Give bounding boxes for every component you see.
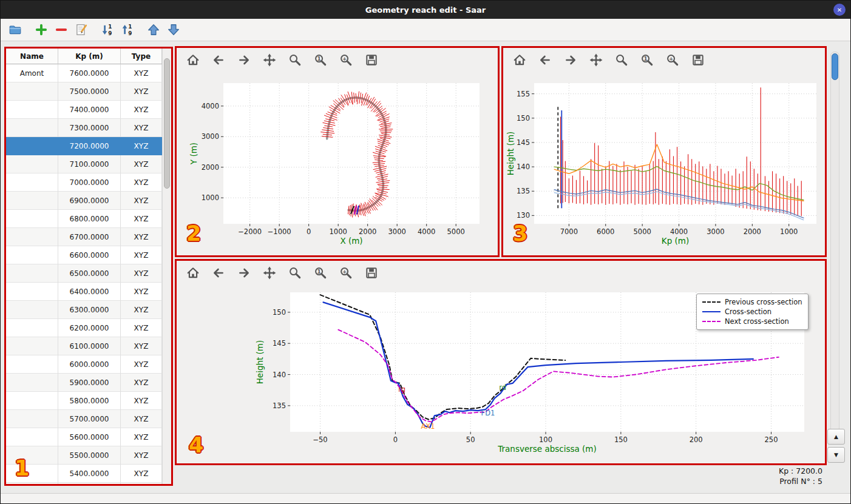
panel-badge-1: 1 — [15, 458, 29, 479]
table-row[interactable]: 7200.0000XYZ — [6, 137, 162, 155]
legend-line-sample — [702, 311, 720, 312]
zoom-one-button[interactable]: 1 — [313, 265, 328, 281]
edit-button[interactable] — [73, 22, 89, 38]
zoom-button[interactable] — [287, 52, 303, 68]
table-row[interactable]: 7400.0000XYZ — [6, 101, 162, 119]
home-button[interactable] — [512, 52, 527, 68]
table-row[interactable]: 5900.0000XYZ — [6, 374, 162, 392]
home-button[interactable] — [185, 265, 201, 281]
back-button[interactable] — [211, 265, 226, 281]
forward-button[interactable] — [563, 52, 578, 68]
zoom-plus-button[interactable]: + — [338, 52, 354, 68]
sort-ascending-icon: 19 — [121, 23, 134, 36]
svg-text:140: 140 — [273, 371, 286, 379]
table-row[interactable]: 7000.0000XYZ — [6, 173, 162, 192]
zoom-plus-button[interactable]: + — [665, 52, 680, 68]
slider-thumb[interactable] — [832, 53, 838, 80]
svg-text:0: 0 — [393, 435, 398, 444]
table-row[interactable]: 5300.0000XYZ — [6, 483, 162, 484]
plan-plot-canvas[interactable]: −2000−1000010002000300040005000100020003… — [177, 72, 498, 255]
save-button[interactable] — [690, 52, 706, 68]
table-row[interactable]: 6200.0000XYZ — [6, 319, 162, 337]
table-row[interactable]: 6700.0000XYZ — [6, 228, 162, 246]
svg-text:rd: rd — [499, 383, 506, 392]
plan-plot[interactable]: −2000−1000010002000300040005000100020003… — [177, 72, 498, 255]
table-row[interactable]: 5700.0000XYZ — [6, 410, 162, 428]
zoom-button[interactable] — [287, 265, 303, 281]
home-icon — [513, 53, 526, 67]
forward-icon — [237, 53, 251, 67]
save-button[interactable] — [364, 52, 379, 68]
svg-text:1: 1 — [644, 56, 648, 62]
pan-button[interactable] — [262, 265, 277, 281]
svg-text:−2000: −2000 — [238, 227, 262, 236]
zoom-one-button[interactable]: 1 — [313, 52, 328, 68]
zoom-one-icon: 1 — [314, 266, 327, 280]
profile-plot-canvas[interactable]: 7000600050004000300020001000130135140145… — [503, 72, 825, 255]
sort-ascending-button[interactable]: 19 — [119, 22, 135, 38]
table-row[interactable]: 6500.0000XYZ — [6, 264, 162, 283]
table-row[interactable]: 6600.0000XYZ — [6, 246, 162, 264]
profil-number: Profil N° : 5 — [779, 476, 822, 486]
zoom-plus-icon: + — [339, 53, 353, 67]
svg-text:200: 200 — [690, 435, 703, 444]
table-scrollbar-thumb[interactable] — [164, 58, 170, 189]
profile-down-button[interactable]: ▼ — [827, 447, 845, 463]
pan-button[interactable] — [262, 52, 277, 68]
zoom-plus-button[interactable]: + — [338, 265, 354, 281]
zoom-one-button[interactable]: 1 — [639, 52, 655, 68]
table-row[interactable]: 6300.0000XYZ — [6, 301, 162, 319]
pan-button[interactable] — [588, 52, 604, 68]
close-button[interactable]: ✕ — [833, 4, 846, 16]
save-icon — [691, 53, 705, 67]
open-button[interactable] — [7, 22, 23, 38]
svg-text:AX1: AX1 — [421, 422, 435, 431]
column-header-name[interactable]: Name — [6, 49, 58, 64]
svg-text:50: 50 — [466, 435, 475, 444]
sort-descending-button[interactable]: 19 — [99, 22, 115, 38]
back-icon — [538, 53, 552, 67]
table-row[interactable]: 6100.0000XYZ — [6, 337, 162, 355]
table-row[interactable]: 7500.0000XYZ — [6, 82, 162, 101]
table-row[interactable]: 5800.0000XYZ — [6, 392, 162, 410]
svg-text:4000: 4000 — [670, 227, 688, 236]
move-down-button[interactable] — [165, 22, 181, 38]
pan-icon — [589, 53, 603, 67]
table-row[interactable]: 6900.0000XYZ — [6, 192, 162, 210]
panel-badge-3: 3 — [513, 223, 527, 244]
table-scrollbar[interactable] — [162, 49, 171, 484]
table-row[interactable]: 6400.0000XYZ — [6, 283, 162, 301]
vertical-slider[interactable] — [830, 52, 839, 432]
move-up-button[interactable] — [145, 22, 161, 38]
svg-text:130: 130 — [517, 211, 530, 220]
profile-plot[interactable]: 7000600050004000300020001000130135140145… — [503, 72, 825, 255]
table-row[interactable]: 7300.0000XYZ — [6, 119, 162, 137]
legend-line-sample — [702, 301, 720, 303]
remove-button[interactable] — [53, 22, 69, 38]
column-header-kp-m[interactable]: Kp (m) — [58, 49, 121, 64]
back-button[interactable] — [537, 52, 553, 68]
home-button[interactable] — [185, 52, 201, 68]
table-row[interactable]: Amont7600.0000XYZ — [6, 64, 162, 82]
table-row[interactable]: 5600.0000XYZ — [6, 428, 162, 446]
table-row[interactable]: 6000.0000XYZ — [6, 355, 162, 374]
zoom-one-icon: 1 — [640, 53, 654, 67]
table-row[interactable]: 5400.0000XYZ — [6, 465, 162, 483]
svg-text:5000: 5000 — [447, 227, 465, 236]
svg-text:1: 1 — [108, 24, 112, 30]
forward-button[interactable] — [236, 265, 252, 281]
table-row[interactable]: 5500.0000XYZ — [6, 446, 162, 465]
save-button[interactable] — [364, 265, 379, 281]
profile-up-button[interactable]: ▲ — [827, 429, 845, 445]
forward-button[interactable] — [236, 52, 252, 68]
zoom-button[interactable] — [614, 52, 629, 68]
sort-descending-icon: 19 — [101, 23, 114, 36]
table-row[interactable]: 6800.0000XYZ — [6, 210, 162, 228]
add-button[interactable] — [33, 22, 49, 38]
table-row[interactable]: 7100.0000XYZ — [6, 155, 162, 173]
main-toolbar: 1919 — [1, 19, 850, 41]
back-button[interactable] — [211, 52, 226, 68]
column-header-type[interactable]: Type — [121, 49, 162, 64]
svg-text:X (m): X (m) — [340, 236, 362, 246]
svg-text:−1000: −1000 — [268, 227, 291, 236]
